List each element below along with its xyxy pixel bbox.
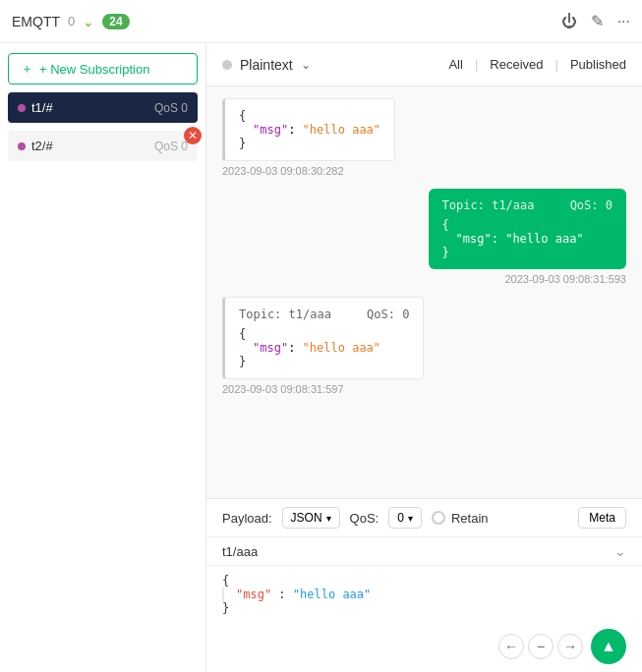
- sent-qos: QoS: 0: [570, 198, 613, 212]
- payload-format-chevron: ▾: [326, 513, 331, 524]
- sent-colon: :: [492, 232, 505, 246]
- content-topbar: Plaintext ⌄ All | Received | Published: [206, 43, 642, 86]
- code-line-2: "msg" : "hello aaa": [222, 588, 626, 601]
- filter-tabs: All | Received | Published: [448, 57, 626, 72]
- more-icon[interactable]: ···: [617, 13, 630, 30]
- qos-select[interactable]: 0 ▾: [388, 507, 422, 529]
- recv2-val: "hello aaa": [303, 341, 380, 355]
- topic-status-dot: [222, 60, 232, 70]
- recv2-content: "msg": "hello aaa": [239, 341, 380, 355]
- qos-label: QoS:: [350, 511, 379, 526]
- msg1-open: {: [239, 109, 246, 123]
- nav-buttons: ← − →: [498, 634, 583, 659]
- sent-topic-info: Topic: t1/aaa QoS: 0: [442, 198, 613, 212]
- editor-open-brace: {: [222, 574, 229, 588]
- nav-forward-button[interactable]: →: [557, 634, 583, 659]
- app-title: EMQTT: [12, 14, 60, 29]
- edit-icon[interactable]: ✎: [591, 12, 604, 30]
- instance-label: 0: [68, 14, 75, 28]
- msg1-timestamp: 2023-09-03 09:08:30:282: [222, 165, 344, 177]
- recv2-topic: Topic: t1/aaa: [239, 308, 331, 321]
- expand-icon[interactable]: ⌄: [614, 543, 626, 559]
- sent-timestamp: 2023-09-03 09:08:31:593: [504, 273, 626, 285]
- qos-chevron: ▾: [408, 513, 413, 524]
- new-subscription-button[interactable]: ＋ + New Subscription: [8, 53, 198, 84]
- sent-key: "msg": [456, 232, 492, 246]
- editor-colon: :: [278, 588, 292, 601]
- sub-topic-t2: t2/#: [31, 139, 53, 153]
- payload-format-value: JSON: [291, 511, 322, 525]
- editor-val: "hello aaa": [293, 588, 371, 601]
- topic-row: t1/aaa ⌄: [206, 537, 642, 566]
- payload-format-select[interactable]: JSON ▾: [282, 507, 340, 529]
- retain-circle-icon: [432, 511, 445, 525]
- sub-qos-t1: QoS 0: [154, 101, 188, 115]
- send-icon: ▲: [601, 638, 616, 655]
- recv2-key: "msg": [253, 341, 288, 355]
- plus-icon: ＋: [21, 60, 33, 78]
- meta-button[interactable]: Meta: [578, 507, 626, 529]
- code-line-1: {: [222, 574, 626, 588]
- main-layout: ＋ + New Subscription t1/# QoS 0 t2/# QoS…: [0, 43, 642, 672]
- filter-sep-1: |: [475, 57, 478, 72]
- msg1-val: "hello aaa": [303, 123, 380, 137]
- sidebar: ＋ + New Subscription t1/# QoS 0 t2/# QoS…: [0, 43, 206, 672]
- message-sent-1: Topic: t1/aaa QoS: 0 { "msg": "hello aaa…: [222, 189, 626, 285]
- sub-color-dot: [18, 104, 26, 112]
- retain-label: Retain: [451, 511, 489, 526]
- send-row: ← − → ▲: [206, 625, 642, 672]
- new-sub-label: + New Subscription: [39, 62, 149, 77]
- subscription-item-t2[interactable]: t2/# QoS 0 ✕: [8, 131, 198, 161]
- sent-close-brace: }: [442, 246, 449, 259]
- topbar: EMQTT 0 ⌄ 24 ⏻ ✎ ···: [0, 0, 642, 43]
- sub-topic-t1: t1/#: [31, 100, 53, 115]
- remove-subscription-button[interactable]: ✕: [184, 127, 202, 144]
- qos-value: 0: [397, 511, 404, 525]
- editor-key: "msg": [236, 588, 271, 601]
- recv2-close: }: [239, 355, 246, 368]
- power-icon[interactable]: ⏻: [561, 13, 577, 30]
- msg1-content: "msg": "hello aaa": [239, 123, 380, 137]
- send-button[interactable]: ▲: [591, 629, 626, 664]
- recv2-qos: QoS: 0: [367, 308, 409, 321]
- connection-badge: 24: [102, 14, 129, 29]
- topbar-left: EMQTT 0 ⌄ 24: [12, 14, 130, 29]
- sub-color-dot-t2: [18, 142, 26, 150]
- sub-item-left-t2: t2/#: [18, 139, 53, 153]
- code-editor[interactable]: { "msg" : "hello aaa" }: [206, 566, 642, 625]
- msg-bubble-received-2: Topic: t1/aaa QoS: 0 { "msg": "hello aaa…: [222, 297, 424, 379]
- content-topbar-left: Plaintext ⌄: [222, 57, 311, 73]
- recv2-topic-info: Topic: t1/aaa QoS: 0: [239, 308, 409, 321]
- topic-format-label: Plaintext: [240, 57, 293, 73]
- topic-dropdown-icon[interactable]: ⌄: [301, 58, 311, 72]
- nav-minus-button[interactable]: −: [528, 634, 554, 659]
- content-panel: Plaintext ⌄ All | Received | Published {…: [206, 43, 642, 672]
- msg1-key: "msg": [253, 123, 288, 137]
- msg1-close: }: [239, 137, 246, 150]
- sub-qos-t2: QoS 0: [154, 140, 188, 153]
- topic-input[interactable]: t1/aaa: [222, 544, 614, 559]
- editor-content: "msg" : "hello aaa": [232, 588, 371, 601]
- recv2-timestamp: 2023-09-03 09:08:31:597: [222, 383, 344, 395]
- sub-item-left: t1/#: [18, 100, 53, 115]
- msg-bubble-received-1: { "msg": "hello aaa" }: [222, 98, 395, 161]
- retain-toggle[interactable]: Retain: [432, 511, 489, 526]
- chevron-down-icon[interactable]: ⌄: [83, 14, 94, 29]
- filter-published[interactable]: Published: [570, 57, 626, 72]
- msg-bubble-sent-1: Topic: t1/aaa QoS: 0 { "msg": "hello aaa…: [429, 189, 626, 269]
- messages-area: { "msg": "hello aaa" } 2023-09-03 09:08:…: [206, 86, 642, 498]
- code-line-3: }: [222, 601, 626, 615]
- bottom-toolbar: Payload: JSON ▾ QoS: 0 ▾ Retain Meta: [206, 499, 642, 537]
- filter-all[interactable]: All: [448, 57, 462, 72]
- message-received-1: { "msg": "hello aaa" } 2023-09-03 09:08:…: [222, 98, 626, 177]
- editor-indent-bar: [222, 588, 228, 601]
- nav-back-button[interactable]: ←: [498, 634, 524, 659]
- msg1-colon: :: [288, 123, 302, 137]
- topbar-right: ⏻ ✎ ···: [561, 12, 630, 30]
- sent-content: "msg": "hello aaa": [442, 232, 584, 246]
- subscription-item-t1[interactable]: t1/# QoS 0: [8, 92, 198, 123]
- editor-close-brace: }: [222, 601, 229, 615]
- recv2-open: {: [239, 327, 246, 341]
- filter-received[interactable]: Received: [490, 57, 543, 72]
- payload-label: Payload:: [222, 511, 272, 526]
